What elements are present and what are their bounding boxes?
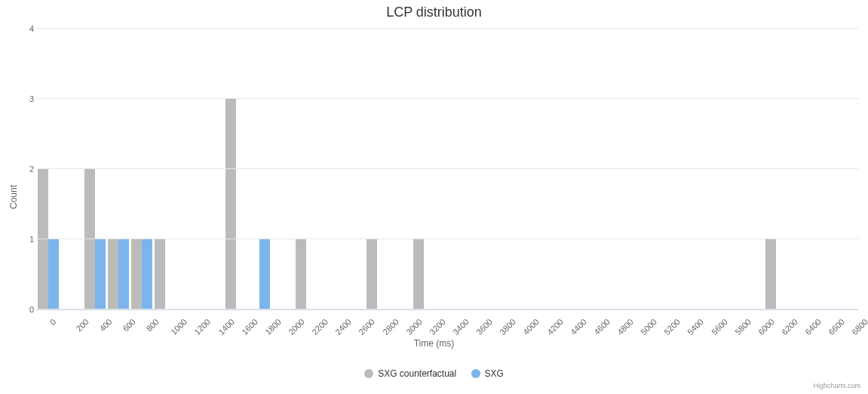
bar[interactable] — [259, 239, 270, 309]
bar[interactable] — [95, 239, 106, 309]
x-tick-label: 4800 — [615, 317, 635, 337]
x-tick-label: 5800 — [733, 317, 753, 337]
x-tick-label: 3400 — [451, 317, 471, 337]
y-tick-label: 4 — [7, 24, 34, 33]
x-tick-label: 2000 — [287, 317, 306, 337]
y-tick-label: 3 — [7, 94, 34, 103]
bar[interactable] — [108, 239, 118, 309]
gridline — [36, 239, 858, 239]
legend-item-sxg-counterfactual[interactable]: SXG counterfactual — [364, 368, 456, 379]
gridline — [36, 28, 858, 29]
x-tick-label: 6000 — [756, 317, 776, 337]
x-tick-label: 4600 — [592, 317, 612, 337]
x-tick-label: 6800 — [851, 317, 868, 337]
x-tick-label: 400 — [97, 317, 113, 333]
legend-swatch-icon — [471, 369, 480, 378]
x-tick-label: 1600 — [240, 317, 259, 337]
x-tick-label: 4200 — [545, 317, 565, 337]
x-tick-label: 800 — [145, 317, 161, 333]
x-tick-label: 1800 — [263, 317, 283, 337]
x-tick-label: 5200 — [662, 317, 682, 337]
x-axis-ticks: 0200400600800100012001400160018002000220… — [36, 312, 858, 338]
plot-area — [36, 29, 858, 310]
legend-item-sxg[interactable]: SXG — [471, 368, 504, 379]
y-tick-label: 2 — [7, 165, 34, 174]
x-tick-label: 2600 — [357, 317, 377, 337]
legend-swatch-icon — [364, 369, 373, 378]
credits-link[interactable]: Highcharts.com — [813, 382, 860, 389]
bar[interactable] — [48, 239, 59, 309]
bar[interactable] — [142, 239, 152, 309]
x-axis-label: Time (ms) — [0, 338, 868, 349]
x-tick-label: 200 — [74, 317, 90, 333]
x-tick-label: 5400 — [686, 317, 706, 337]
chart-title: LCP distribution — [0, 5, 868, 20]
x-tick-label: 1000 — [169, 317, 189, 337]
x-tick-label: 3200 — [428, 317, 447, 337]
x-tick-label: 1400 — [216, 317, 236, 337]
x-tick-label: 0 — [48, 317, 57, 327]
gridline — [36, 98, 858, 99]
legend-label: SXG — [485, 368, 504, 379]
x-tick-label: 6400 — [803, 317, 823, 337]
bar[interactable] — [118, 239, 129, 309]
x-tick-label: 2800 — [381, 317, 400, 337]
y-axis-label: Count — [8, 185, 19, 209]
x-tick-label: 2200 — [310, 317, 330, 337]
x-tick-label: 600 — [121, 317, 136, 333]
bar[interactable] — [296, 239, 306, 309]
legend: SXG counterfactual SXG — [0, 368, 868, 380]
y-tick-label: 0 — [7, 305, 34, 314]
bar[interactable] — [38, 169, 48, 309]
bar[interactable] — [84, 169, 95, 309]
x-tick-label: 5000 — [639, 317, 658, 337]
bar[interactable] — [155, 239, 165, 309]
x-tick-label: 5600 — [710, 317, 729, 337]
gridline — [36, 309, 858, 309]
x-tick-label: 6200 — [780, 317, 799, 337]
x-tick-label: 4400 — [569, 317, 588, 337]
x-tick-label: 1200 — [193, 317, 213, 337]
lcp-distribution-chart: LCP distribution Count 01234 02004006008… — [0, 0, 868, 394]
x-tick-label: 6600 — [827, 317, 846, 337]
x-tick-label: 2400 — [333, 317, 353, 337]
x-tick-label: 3600 — [474, 317, 494, 337]
bar[interactable] — [765, 239, 776, 309]
bar[interactable] — [225, 99, 236, 309]
x-tick-label: 3800 — [498, 317, 517, 337]
bar[interactable] — [367, 239, 377, 309]
x-tick-label: 4000 — [522, 317, 541, 337]
bar[interactable] — [131, 239, 142, 309]
x-tick-label: 3000 — [404, 317, 424, 337]
gridline — [36, 168, 858, 169]
y-tick-label: 1 — [7, 235, 34, 244]
bar[interactable] — [413, 239, 424, 309]
legend-label: SXG counterfactual — [378, 368, 456, 379]
